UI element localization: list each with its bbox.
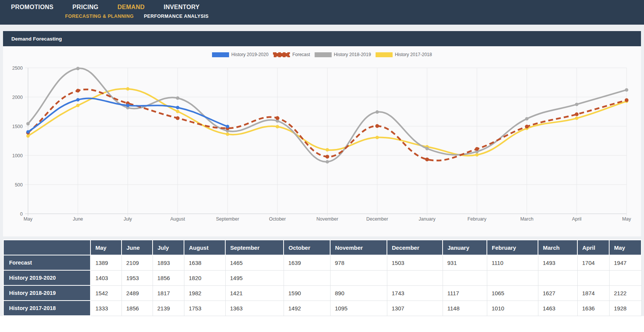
column-header-july-3: July [153, 240, 184, 255]
cell-forecast-10: 1493 [538, 255, 577, 270]
x-axis-tick-label: February [468, 216, 487, 222]
column-header-august-4: August [184, 240, 225, 255]
data-point-history-2019-2020 [27, 130, 30, 133]
data-point-history-2018-2019 [426, 147, 429, 150]
y-axis-tick-label: 2500 [12, 66, 23, 71]
data-point-history-2018-2019 [326, 160, 329, 163]
main-nav: PROMOTIONSPRICINGDEMANDINVENTORY [0, 0, 644, 11]
y-axis-tick-label: 1500 [12, 124, 23, 129]
x-axis-tick-label: December [366, 216, 388, 222]
cell-history-2017-2018-6: 1095 [330, 301, 387, 316]
cell-history-2017-2018-3: 1753 [184, 301, 225, 316]
legend-item-forecast[interactable]: Forecast [273, 52, 310, 57]
y-axis-tick-label: 500 [15, 182, 23, 188]
data-point-forecast [76, 89, 80, 92]
cell-history-2017-2018-0: 1333 [90, 301, 122, 316]
nav-item-demand[interactable]: DEMAND [117, 4, 145, 11]
cell-history-2018-2019-9: 1065 [487, 285, 538, 301]
cell-history-2017-2018-1: 1856 [122, 301, 153, 316]
panel-header: Demand Forecasting [3, 31, 641, 46]
data-point-history-2018-2019 [27, 122, 30, 125]
cell-history-2018-2019-1: 2489 [122, 285, 153, 301]
cell-forecast-5: 1639 [284, 255, 330, 270]
data-point-history-2017-2018 [226, 133, 229, 136]
demand-chart: 05001000150020002500MayJuneJulyAugustSep… [3, 46, 641, 224]
cell-forecast-0: 1389 [90, 255, 122, 270]
cell-history-2017-2018-2: 2139 [153, 301, 184, 316]
nav-item-inventory[interactable]: INVENTORY [164, 4, 200, 11]
cell-history-2018-2019-12: 2122 [609, 285, 641, 301]
data-point-history-2019-2020 [126, 104, 129, 107]
legend-item-history-2017-2018[interactable]: History 2017-2018 [376, 52, 432, 57]
cell-history-2019-2020-6 [330, 270, 387, 285]
legend-swatch-forecast [273, 52, 290, 57]
x-axis-tick-label: May [622, 216, 631, 222]
column-header-december-8: December [387, 240, 443, 255]
cell-forecast-9: 1110 [487, 255, 538, 270]
cell-history-2019-2020-7 [387, 270, 443, 285]
cell-forecast-1: 2109 [122, 255, 153, 270]
column-header-may-1: May [90, 240, 122, 255]
panel-title: Demand Forecasting [11, 36, 62, 42]
data-point-forecast [525, 125, 529, 128]
x-axis-tick-label: April [572, 216, 582, 222]
column-header-april-12: April [577, 240, 609, 255]
row-label-history-2017-2018: History 2017-2018 [3, 301, 90, 316]
cell-forecast-3: 1638 [184, 255, 225, 270]
x-axis-tick-label: June [73, 216, 83, 222]
legend-item-history-2018-2019[interactable]: History 2018-2019 [315, 52, 371, 57]
legend-swatch-history-2018-2019 [315, 52, 332, 57]
legend-label-history-2018-2019: History 2018-2019 [334, 52, 371, 57]
subnav-item-performance-analysis[interactable]: PERFORMANCE ANALYSIS [144, 14, 209, 19]
table-row-history-2017-2018: History 2017-201813331856213917531363149… [3, 301, 641, 316]
column-header-june-2: June [122, 240, 153, 255]
data-point-history-2017-2018 [575, 117, 579, 120]
table-head: MayJuneJulyAugustSeptemberOctoberNovembe… [3, 240, 641, 255]
demand-forecasting-panel: Demand Forecasting History 2019-2020Fore… [3, 31, 641, 236]
data-point-history-2019-2020 [226, 125, 229, 128]
data-point-forecast [276, 116, 279, 120]
cell-history-2017-2018-5: 1492 [284, 301, 330, 316]
x-axis-tick-label: October [269, 216, 286, 222]
data-point-forecast [326, 155, 329, 158]
cell-forecast-7: 1503 [387, 255, 443, 270]
cell-history-2018-2019-10: 1627 [538, 285, 577, 301]
cell-history-2019-2020-11 [577, 270, 609, 285]
x-axis-tick-label: March [520, 216, 533, 222]
data-point-history-2017-2018 [126, 87, 129, 91]
cell-history-2018-2019-11: 1874 [577, 285, 609, 301]
cell-history-2018-2019-7: 1743 [387, 285, 443, 301]
column-header-may-13: May [609, 240, 641, 255]
nav-item-pricing[interactable]: PRICING [72, 4, 98, 11]
y-axis-tick-label: 1000 [12, 153, 23, 158]
legend-swatch-history-2017-2018 [376, 52, 393, 57]
data-point-history-2017-2018 [475, 153, 479, 157]
data-point-history-2018-2019 [575, 103, 579, 106]
data-point-history-2018-2019 [525, 117, 529, 121]
data-point-forecast [425, 158, 429, 161]
row-label-history-2019-2020: History 2019-2020 [3, 270, 90, 285]
table-body: Forecast13892109189316381465163997815039… [3, 255, 641, 316]
nav-item-promotions[interactable]: PROMOTIONS [11, 4, 53, 11]
row-label-forecast: Forecast [3, 255, 90, 270]
data-point-history-2018-2019 [176, 96, 179, 100]
cell-history-2019-2020-9 [487, 270, 538, 285]
column-header-march-11: March [538, 240, 577, 255]
x-axis-tick-label: September [216, 216, 239, 222]
cell-history-2018-2019-3: 1982 [184, 285, 225, 301]
data-point-forecast [575, 113, 579, 116]
content-area: Demand Forecasting History 2019-2020Fore… [0, 25, 644, 316]
cell-history-2017-2018-4: 1363 [225, 301, 284, 316]
subnav-item-forecasting-planning[interactable]: FORECASTING & PLANNING [65, 14, 134, 19]
cell-forecast-11: 1704 [577, 255, 609, 270]
y-axis-tick-label: 2000 [12, 95, 23, 100]
cell-history-2018-2019-5: 1590 [284, 285, 330, 301]
cell-history-2019-2020-12 [609, 270, 641, 285]
cell-history-2019-2020-3: 1820 [184, 270, 225, 285]
cell-history-2019-2020-5 [284, 270, 330, 285]
table-corner-cell [3, 240, 90, 255]
cell-history-2019-2020-2: 1856 [153, 270, 184, 285]
data-point-history-2017-2018 [326, 148, 329, 152]
data-point-history-2017-2018 [27, 134, 30, 138]
legend-item-history-2019-2020[interactable]: History 2019-2020 [212, 52, 268, 57]
